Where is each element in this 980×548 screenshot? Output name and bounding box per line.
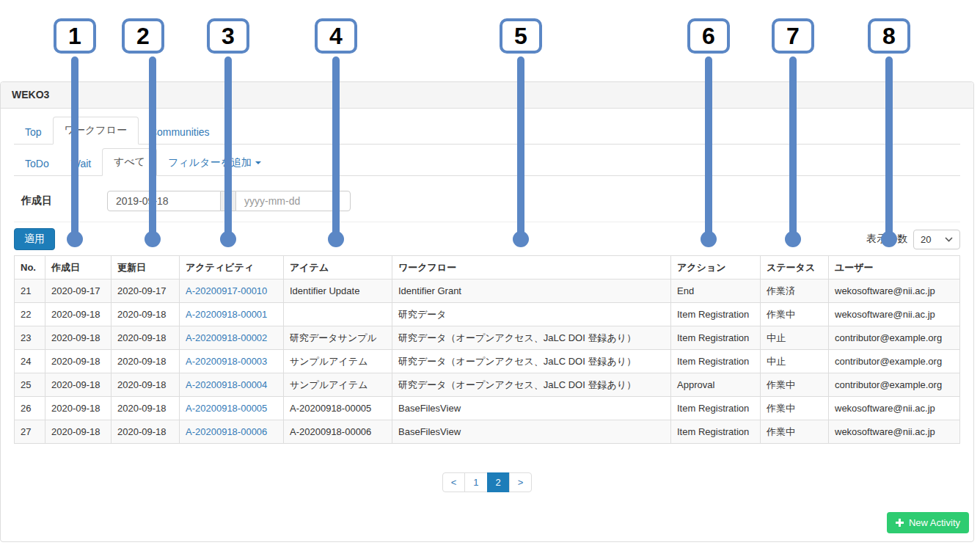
col-header-workflow: ワークフロー xyxy=(392,256,671,280)
cell-status: 中止 xyxy=(761,350,829,373)
cell-status: 作業中 xyxy=(761,373,829,397)
tab-communities[interactable]: Communities xyxy=(139,120,221,145)
date-range-separator: - xyxy=(221,191,235,211)
table-body: 212020-09-172020-09-17A-20200917-00010Id… xyxy=(15,280,960,444)
tab-top[interactable]: Top xyxy=(14,120,53,145)
cell-activity: A-20200918-00005 xyxy=(180,397,284,420)
apply-button[interactable]: 適用 xyxy=(14,228,55,250)
date-to-input[interactable] xyxy=(235,191,351,211)
callout-number-box: 5 xyxy=(500,18,542,54)
cell-item: 研究データサンプル xyxy=(284,326,392,350)
date-from-input[interactable] xyxy=(107,191,221,211)
cell-user: contributor@example.org xyxy=(829,350,960,373)
new-activity-label: New Activity xyxy=(909,517,960,528)
filter-add-label: フィルターを追加 xyxy=(168,156,252,168)
cell-item: A-20200918-00006 xyxy=(284,420,392,444)
page-size-select[interactable]: 20 xyxy=(913,230,960,249)
main-tabs: Top ワークフロー Communities xyxy=(14,117,960,145)
col-header-created: 作成日 xyxy=(45,256,111,280)
subtab-all[interactable]: すべて xyxy=(102,148,157,176)
cell-created: 2020-09-17 xyxy=(45,280,111,303)
page-size-value: 20 xyxy=(921,234,931,245)
cell-status: 作業済 xyxy=(761,280,829,303)
cell-workflow: 研究データ（オープンアクセス、JaLC DOI 登録あり） xyxy=(392,326,671,350)
callout-number-box: 8 xyxy=(868,18,910,54)
cell-activity: A-20200918-00004 xyxy=(180,373,284,397)
plus-icon xyxy=(896,519,904,527)
page-2-button[interactable]: 2 xyxy=(487,472,510,492)
table-row: 272020-09-182020-09-18A-20200918-00006A-… xyxy=(15,420,960,444)
cell-activity: A-20200918-00001 xyxy=(180,303,284,326)
cell-action: End xyxy=(671,280,761,303)
cell-no: 24 xyxy=(15,350,45,373)
cell-user: wekosoftware@nii.ac.jp xyxy=(829,420,960,444)
subtab-todo[interactable]: ToDo xyxy=(14,151,60,176)
cell-created: 2020-09-18 xyxy=(45,397,111,420)
callout-number-box: 4 xyxy=(315,18,357,54)
chevron-down-icon xyxy=(945,237,953,242)
activity-table: No.作成日更新日アクティビティアイテムワークフローアクションステータスユーザー… xyxy=(14,255,960,444)
col-header-status: ステータス xyxy=(761,256,829,280)
cell-updated: 2020-09-18 xyxy=(111,326,180,350)
cell-updated: 2020-09-18 xyxy=(111,303,180,326)
cell-status: 作業中 xyxy=(761,303,829,326)
next-page-button[interactable]: > xyxy=(509,472,533,492)
table-row: 262020-09-182020-09-18A-20200918-00005A-… xyxy=(15,397,960,420)
col-header-item: アイテム xyxy=(284,256,392,280)
activity-link[interactable]: A-20200918-00004 xyxy=(186,379,267,390)
cell-workflow: BaseFilesView xyxy=(392,420,671,444)
cell-action: Item Registration xyxy=(671,350,761,373)
cell-updated: 2020-09-17 xyxy=(111,280,180,303)
weko3-panel: WEKO3 Top ワークフロー Communities ToDo Wait す… xyxy=(0,81,974,542)
col-header-action: アクション xyxy=(671,256,761,280)
col-header-no: No. xyxy=(15,256,45,280)
cell-updated: 2020-09-18 xyxy=(111,397,180,420)
pagination: < 1 2 > xyxy=(14,472,960,492)
caret-down-icon xyxy=(255,161,261,164)
cell-created: 2020-09-18 xyxy=(45,303,111,326)
app-title: WEKO3 xyxy=(1,82,973,109)
col-header-activity: アクティビティ xyxy=(180,256,284,280)
cell-user: contributor@example.org xyxy=(829,326,960,350)
controls-row: 適用 表示件数 20 xyxy=(14,228,960,250)
cell-action: Item Registration xyxy=(671,303,761,326)
cell-action: Approval xyxy=(671,373,761,397)
cell-activity: A-20200918-00006 xyxy=(180,420,284,444)
cell-activity: A-20200918-00003 xyxy=(180,350,284,373)
activity-link[interactable]: A-20200917-00010 xyxy=(186,285,267,296)
table-row: 222020-09-182020-09-18A-20200918-00001研究… xyxy=(15,303,960,326)
cell-no: 21 xyxy=(15,280,45,303)
cell-activity: A-20200917-00010 xyxy=(180,280,284,303)
cell-no: 25 xyxy=(15,373,45,397)
cell-no: 23 xyxy=(15,326,45,350)
cell-user: wekosoftware@nii.ac.jp xyxy=(829,397,960,420)
cell-updated: 2020-09-18 xyxy=(111,420,180,444)
page-1-button[interactable]: 1 xyxy=(464,472,487,492)
cell-item: サンプルアイテム xyxy=(284,373,392,397)
cell-activity: A-20200918-00002 xyxy=(180,326,284,350)
activity-link[interactable]: A-20200918-00001 xyxy=(186,309,267,320)
tab-workflow[interactable]: ワークフロー xyxy=(53,117,139,145)
cell-status: 作業中 xyxy=(761,420,829,444)
callout-number-box: 3 xyxy=(207,18,249,54)
activity-link[interactable]: A-20200918-00003 xyxy=(186,356,267,367)
new-activity-button[interactable]: New Activity xyxy=(887,512,969,533)
col-header-updated: 更新日 xyxy=(111,256,180,280)
date-filter-row: 作成日 - xyxy=(14,191,960,222)
callout-number-box: 6 xyxy=(687,18,730,54)
activity-link[interactable]: A-20200918-00002 xyxy=(186,332,267,343)
cell-workflow: 研究データ（オープンアクセス、JaLC DOI 登録あり） xyxy=(392,350,671,373)
cell-updated: 2020-09-18 xyxy=(111,350,180,373)
cell-action: Item Registration xyxy=(671,420,761,444)
subtab-wait[interactable]: Wait xyxy=(60,151,102,176)
cell-workflow: 研究データ xyxy=(392,303,671,326)
cell-updated: 2020-09-18 xyxy=(111,373,180,397)
sub-tabs: ToDo Wait すべて フィルターを追加 xyxy=(14,149,960,176)
activity-link[interactable]: A-20200918-00006 xyxy=(186,426,267,437)
activity-link[interactable]: A-20200918-00005 xyxy=(186,403,267,414)
page-size-group: 表示件数 20 xyxy=(866,230,960,249)
prev-page-button[interactable]: < xyxy=(442,472,466,492)
filter-add-dropdown[interactable]: フィルターを追加 xyxy=(157,150,272,176)
cell-item xyxy=(284,303,392,326)
cell-no: 27 xyxy=(15,420,45,444)
